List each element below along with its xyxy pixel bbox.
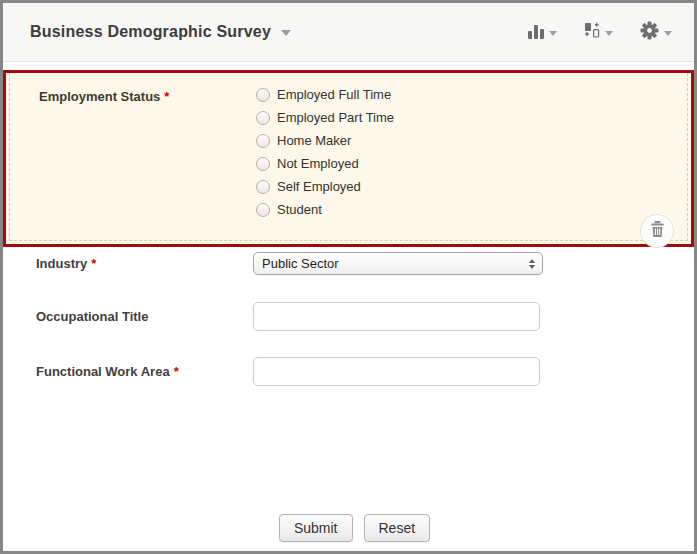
submit-button[interactable]: Submit	[279, 514, 353, 542]
radio-button[interactable]	[256, 134, 270, 148]
functional-work-area-input[interactable]	[253, 357, 540, 386]
toolbar	[528, 3, 672, 61]
radio-button[interactable]	[256, 203, 270, 217]
field-label: Industry*	[36, 252, 253, 271]
radio-button[interactable]	[256, 180, 270, 194]
field-row-industry: Industry* Public Sector	[36, 252, 694, 275]
delete-field-button[interactable]	[640, 214, 674, 248]
radio-button[interactable]	[256, 88, 270, 102]
field-row-occupational-title: Occupational Title	[36, 302, 694, 331]
form-header: Business Demographic Survey	[3, 3, 694, 62]
select-stepper-icon	[529, 259, 535, 269]
select-value: Public Sector	[262, 256, 339, 271]
add-field-menu-button[interactable]	[584, 22, 613, 42]
field-label: Employment Status*	[39, 87, 256, 217]
radio-options: Employed Full Time Employed Part Time Ho…	[256, 87, 394, 217]
chevron-down-icon	[605, 31, 613, 36]
field-row-functional-work-area: Functional Work Area*	[36, 357, 694, 386]
radio-label: Employed Part Time	[277, 110, 394, 125]
radio-option[interactable]: Self Employed	[256, 179, 394, 194]
form-actions: Submit Reset	[3, 514, 694, 542]
reset-button[interactable]: Reset	[364, 514, 431, 542]
form-title-menu[interactable]: Business Demographic Survey	[30, 23, 291, 41]
required-asterisk: *	[174, 364, 179, 379]
field-label: Occupational Title	[36, 302, 253, 324]
radio-label: Not Employed	[277, 156, 359, 171]
radio-label: Self Employed	[277, 179, 361, 194]
gear-icon	[640, 21, 659, 44]
chevron-down-icon	[549, 31, 557, 36]
radio-label: Employed Full Time	[277, 87, 391, 102]
occupational-title-input[interactable]	[253, 302, 540, 331]
settings-menu-button[interactable]	[640, 21, 672, 44]
radio-label: Student	[277, 202, 322, 217]
trash-icon	[650, 221, 665, 241]
analytics-menu-button[interactable]	[528, 25, 557, 39]
industry-select[interactable]: Public Sector	[253, 252, 543, 275]
radio-option[interactable]: Employed Full Time	[256, 87, 394, 102]
required-asterisk: *	[164, 89, 169, 104]
add-field-icon	[584, 22, 600, 42]
bar-chart-icon	[528, 25, 544, 39]
app-window: Business Demographic Survey	[0, 0, 697, 554]
radio-button[interactable]	[256, 111, 270, 125]
radio-option[interactable]: Employed Part Time	[256, 110, 394, 125]
selected-field-employment-status[interactable]: Employment Status* Employed Full Time Em…	[3, 70, 694, 247]
field-label: Functional Work Area*	[36, 357, 253, 379]
chevron-down-icon	[281, 30, 291, 36]
radio-label: Home Maker	[277, 133, 351, 148]
radio-option[interactable]: Home Maker	[256, 133, 394, 148]
form-title: Business Demographic Survey	[30, 23, 271, 41]
radio-option[interactable]: Not Employed	[256, 156, 394, 171]
radio-option[interactable]: Student	[256, 202, 394, 217]
required-asterisk: *	[91, 256, 96, 271]
radio-button[interactable]	[256, 157, 270, 171]
chevron-down-icon	[664, 31, 672, 36]
